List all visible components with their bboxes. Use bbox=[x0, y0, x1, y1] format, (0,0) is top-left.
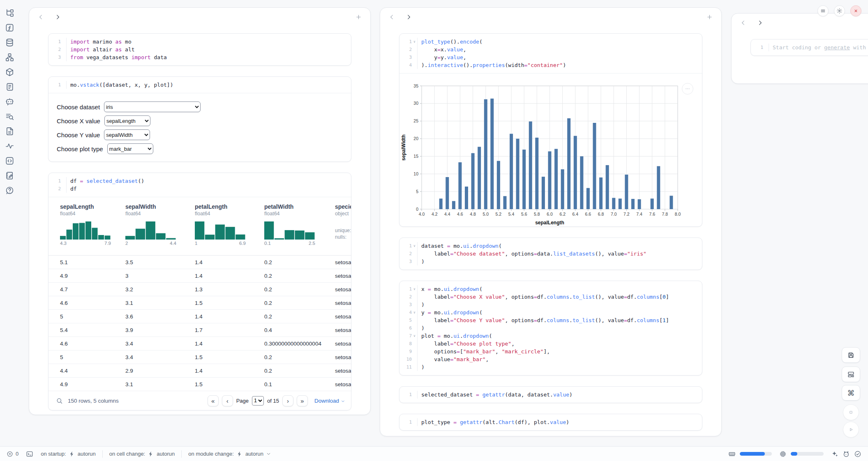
cell-dataset-dropdown[interactable]: 1∨dataset = mo.ui.dropdown(2 label="Choo… bbox=[399, 237, 702, 270]
table-row[interactable]: 5.43.91.70.4setosa bbox=[48, 323, 351, 337]
save-button[interactable] bbox=[842, 347, 860, 363]
table-row[interactable]: 5.13.51.40.2setosa bbox=[48, 256, 351, 269]
run-button[interactable] bbox=[843, 422, 859, 438]
table-row[interactable]: 4.931.40.2setosa bbox=[48, 269, 351, 283]
last-page-button[interactable]: » bbox=[297, 395, 308, 406]
stop-button[interactable] bbox=[843, 404, 859, 420]
table-cell: 0.2 bbox=[264, 283, 272, 296]
table-row[interactable]: 4.63.41.40.30000000000000004setosa bbox=[48, 337, 351, 350]
dropdown-select[interactable]: sepalLength bbox=[104, 115, 150, 126]
layout-toggle-button[interactable] bbox=[842, 366, 860, 382]
settings-button[interactable] bbox=[834, 5, 845, 16]
errors-indicator[interactable]: 0 bbox=[7, 451, 18, 457]
column-forward-button[interactable] bbox=[757, 19, 764, 26]
documentation-icon[interactable] bbox=[5, 127, 14, 136]
terminal-button[interactable] bbox=[26, 450, 33, 458]
svg-text:5.0: 5.0 bbox=[482, 212, 489, 217]
code-editor[interactable]: Start coding or generate with bbox=[769, 44, 866, 51]
shutdown-button[interactable] bbox=[850, 5, 861, 16]
cell-selected-dataset[interactable]: 1selected_dataset = getattr(data, datase… bbox=[399, 386, 702, 403]
column-back-button[interactable] bbox=[740, 19, 747, 26]
ai-chat-icon[interactable] bbox=[5, 97, 14, 106]
download-button[interactable]: Download bbox=[314, 398, 345, 404]
table-row[interactable]: 4.42.91.40.2setosa bbox=[48, 364, 351, 378]
autorun-config-3[interactable]: on module change:autorun bbox=[188, 451, 271, 457]
table-cell: setosa bbox=[335, 296, 351, 310]
keyboard-shortcuts-button[interactable]: ⌘ bbox=[842, 385, 860, 401]
functions-icon[interactable] bbox=[5, 23, 14, 32]
column-back-button[interactable] bbox=[388, 14, 395, 21]
add-cell-button[interactable] bbox=[706, 14, 713, 21]
column-header-sepalWidth[interactable]: sepalWidthfloat6424.4 bbox=[125, 203, 188, 246]
table-row[interactable]: 53.41.50.2setosa bbox=[48, 350, 351, 364]
dropdown-select[interactable]: sepalWidth bbox=[104, 129, 150, 140]
table-row[interactable]: 4.93.11.50.1setosa bbox=[48, 378, 351, 391]
code-line: y=y.value, bbox=[418, 53, 466, 61]
command-icon: ⌘ bbox=[847, 389, 855, 397]
fold-icon[interactable]: ∨ bbox=[412, 285, 417, 293]
search-icon[interactable] bbox=[56, 397, 63, 404]
empty-code-cell[interactable]: 1 Start coding or generate with bbox=[750, 39, 868, 56]
lightning-icon bbox=[236, 451, 243, 457]
column-forward-button[interactable] bbox=[54, 14, 61, 21]
line-gutter: 1 bbox=[48, 177, 67, 185]
autorun-value: autorun bbox=[78, 451, 96, 457]
cell-dataframe[interactable]: 1df = selected_dataset()2dfsepalLengthfl… bbox=[48, 173, 351, 410]
cell-imports[interactable]: 1import marimo as mo2import altair as al… bbox=[48, 33, 351, 66]
datasources-icon[interactable] bbox=[5, 38, 14, 47]
variables-icon[interactable] bbox=[5, 112, 14, 121]
fold-icon[interactable]: ∨ bbox=[412, 38, 417, 46]
column-header-petalLength[interactable]: petalLengthfloat6416.9 bbox=[195, 203, 257, 246]
next-page-button[interactable]: › bbox=[282, 395, 293, 406]
table-row[interactable]: 53.61.40.2setosa bbox=[48, 310, 351, 323]
table-cell: 5.1 bbox=[60, 256, 68, 269]
autorun-config-1[interactable]: on startup:autorun bbox=[41, 451, 96, 457]
memory-usage-meter bbox=[740, 452, 772, 456]
altair-bar-chart[interactable]: 4.04.24.44.64.85.05.25.45.65.86.06.26.46… bbox=[399, 74, 702, 226]
previous-page-button[interactable]: ‹ bbox=[222, 395, 233, 406]
cell-plot[interactable]: 1∨plot_type().encode(2 x=x.value,3 y=y.v… bbox=[399, 33, 702, 227]
column-dtype: float64 bbox=[125, 210, 188, 217]
column-forward-button[interactable] bbox=[405, 14, 412, 21]
dependency-graph-icon[interactable] bbox=[5, 53, 14, 62]
svg-text:25: 25 bbox=[413, 118, 418, 123]
fold-icon[interactable]: ∨ bbox=[412, 309, 417, 316]
file-tree-icon[interactable] bbox=[5, 8, 14, 18]
page-select[interactable]: 1 bbox=[252, 396, 264, 406]
add-cell-button[interactable] bbox=[355, 14, 362, 21]
table-cell: 3 bbox=[125, 269, 129, 283]
autorun-value: autorun bbox=[157, 451, 175, 457]
column-back-button[interactable] bbox=[37, 14, 44, 21]
dropdown-select[interactable]: iris bbox=[104, 101, 201, 112]
scratchpad-icon[interactable] bbox=[5, 171, 14, 180]
tracing-icon[interactable] bbox=[5, 141, 14, 151]
table-cell: 4.4 bbox=[60, 364, 68, 378]
chart-menu-button[interactable] bbox=[682, 83, 693, 95]
column-header-sepalLength[interactable]: sepalLengthfloat644.37.9 bbox=[60, 203, 122, 246]
dropdown-select[interactable]: mark_bar bbox=[107, 143, 153, 154]
cell-vstack[interactable]: 1mo.vstack([dataset, x, y, plot])Choose … bbox=[48, 76, 351, 162]
assistant-button[interactable] bbox=[843, 450, 850, 458]
logs-icon[interactable] bbox=[5, 82, 14, 92]
column-header-species[interactable]: speciesobjectunique:nulls: bbox=[335, 203, 351, 240]
notebook-menu-button[interactable] bbox=[817, 5, 829, 16]
table-row[interactable]: 4.63.11.50.2setosa bbox=[48, 296, 351, 310]
fold-icon[interactable]: ∨ bbox=[412, 332, 417, 340]
cell-plot-type[interactable]: 1plot_type = getattr(alt.Chart(df), plot… bbox=[399, 414, 702, 431]
notebook-column-2: 1∨plot_type().encode(2 x=x.value,3 y=y.v… bbox=[380, 7, 722, 436]
table-row[interactable]: 4.73.21.30.2setosa bbox=[48, 283, 351, 296]
svg-text:5: 5 bbox=[416, 189, 418, 194]
help-icon[interactable] bbox=[5, 186, 14, 195]
packages-icon[interactable] bbox=[5, 67, 14, 77]
ai-sparkles-button[interactable] bbox=[831, 450, 838, 458]
snippets-icon[interactable] bbox=[5, 156, 14, 166]
line-gutter: 1∨ bbox=[399, 38, 418, 46]
generate-link[interactable]: generate bbox=[824, 44, 850, 51]
first-page-button[interactable]: « bbox=[208, 395, 219, 406]
status-ok-button[interactable] bbox=[854, 450, 861, 458]
fold-icon[interactable]: ∨ bbox=[412, 242, 417, 250]
autorun-config-2[interactable]: on cell change:autorun bbox=[109, 451, 175, 457]
column-header-petalWidth[interactable]: petalWidthfloat640.12.5 bbox=[264, 203, 327, 246]
table-footer: 150 rows, 5 columns«‹Page1of 15›»Downloa… bbox=[48, 391, 351, 410]
cell-xyplot-dropdowns[interactable]: 1∨x = mo.ui.dropdown(2 label="Choose X v… bbox=[399, 281, 702, 376]
